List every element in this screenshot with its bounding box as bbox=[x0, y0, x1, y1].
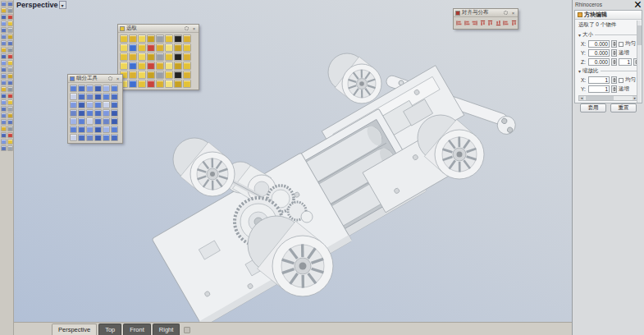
wheel-front-left[interactable] bbox=[173, 138, 235, 196]
dock-tool-icon[interactable] bbox=[7, 93, 13, 99]
tab-scroll-button[interactable] bbox=[184, 327, 190, 333]
gear-icon[interactable] bbox=[107, 76, 113, 81]
selection-tool-icon[interactable] bbox=[183, 80, 191, 88]
dock-tool-icon[interactable] bbox=[1, 21, 7, 26]
subd-tool-icon[interactable] bbox=[103, 126, 110, 133]
selection-tool-icon[interactable] bbox=[138, 34, 146, 43]
selection-tool-icon[interactable] bbox=[174, 34, 182, 43]
subd-tool-icon[interactable] bbox=[86, 85, 94, 92]
apply-button[interactable]: 套用 bbox=[580, 103, 606, 112]
dock-tool-icon[interactable] bbox=[1, 60, 7, 66]
subd-tool-icon[interactable] bbox=[103, 93, 110, 100]
dock-tool-icon[interactable] bbox=[1, 27, 7, 33]
subd-tool-icon[interactable] bbox=[86, 109, 94, 117]
distribute-horizontal-button[interactable] bbox=[502, 18, 509, 27]
align-right-button[interactable] bbox=[471, 18, 478, 27]
selection-tool-icon[interactable] bbox=[129, 80, 137, 88]
selection-tool-icon[interactable] bbox=[156, 44, 164, 52]
dock-tool-icon[interactable] bbox=[1, 126, 7, 131]
subd-tool-icon[interactable] bbox=[78, 134, 85, 141]
selection-palette[interactable]: 选取 × bbox=[117, 24, 199, 90]
selection-tool-icon[interactable] bbox=[165, 71, 173, 79]
selection-tool-icon[interactable] bbox=[183, 44, 191, 52]
value-field[interactable]: 1 bbox=[588, 76, 610, 84]
selection-tool-icon[interactable] bbox=[147, 44, 155, 52]
dock-tool-icon[interactable] bbox=[1, 139, 7, 145]
dock-tool-icon[interactable] bbox=[1, 93, 7, 99]
selection-tool-icon[interactable] bbox=[165, 44, 173, 52]
selection-palette-titlebar[interactable]: 选取 × bbox=[118, 25, 199, 33]
selection-tool-icon[interactable] bbox=[138, 80, 146, 88]
dock-tool-icon[interactable] bbox=[1, 119, 7, 125]
dock-tool-icon[interactable] bbox=[1, 80, 7, 85]
selection-tool-icon[interactable] bbox=[138, 71, 146, 79]
spinner-control[interactable] bbox=[611, 85, 617, 93]
selection-tool-icon[interactable] bbox=[174, 62, 182, 70]
viewport-menu-dropdown-icon[interactable]: ▾ bbox=[59, 1, 66, 9]
scrollbar-thumb[interactable] bbox=[586, 96, 614, 100]
viewport-title-text[interactable]: Perspective bbox=[16, 1, 58, 9]
value-field[interactable]: 0.000 bbox=[588, 49, 610, 57]
subd-tool-icon[interactable] bbox=[70, 126, 77, 133]
selection-tool-icon[interactable] bbox=[156, 80, 164, 88]
dock-tool-icon[interactable] bbox=[1, 67, 7, 72]
dock-tool-icon[interactable] bbox=[7, 145, 13, 151]
horizontal-scrollbar[interactable]: ◄ ► bbox=[578, 95, 638, 101]
align-center-horizontal-button[interactable] bbox=[486, 18, 494, 27]
selection-tool-icon[interactable] bbox=[165, 53, 173, 61]
subd-tool-icon[interactable] bbox=[111, 134, 118, 141]
subd-tool-icon[interactable] bbox=[94, 85, 102, 92]
subd-tool-icon[interactable] bbox=[103, 101, 110, 108]
spinner-control[interactable] bbox=[611, 76, 617, 84]
close-icon[interactable]: × bbox=[510, 10, 516, 16]
scrollbar-thumb[interactable] bbox=[637, 25, 642, 45]
dock-tool-icon[interactable] bbox=[1, 53, 7, 59]
reset-button[interactable]: 重置 bbox=[610, 103, 637, 112]
selection-tool-icon[interactable] bbox=[147, 53, 155, 61]
perspective-viewport[interactable]: Perspective ▾ 选取 × 细分工具 × bbox=[14, 0, 572, 322]
selection-tool-icon[interactable] bbox=[120, 44, 128, 52]
dock-tool-icon[interactable] bbox=[7, 99, 13, 105]
dock-tool-icon[interactable] bbox=[7, 47, 13, 53]
selection-tool-icon[interactable] bbox=[147, 71, 155, 79]
subd-tool-icon[interactable] bbox=[70, 117, 77, 125]
subd-tool-icon[interactable] bbox=[78, 109, 85, 117]
vertical-scrollbar[interactable] bbox=[637, 21, 641, 103]
selection-tool-icon[interactable] bbox=[120, 34, 128, 43]
wheel-rear-left[interactable] bbox=[328, 53, 381, 103]
distribute-vertical-button[interactable] bbox=[510, 18, 518, 27]
selection-tool-icon[interactable] bbox=[165, 34, 173, 43]
selection-tool-icon[interactable] bbox=[174, 71, 182, 79]
selection-tool-icon[interactable] bbox=[183, 62, 191, 70]
subd-tool-icon[interactable] bbox=[94, 109, 102, 117]
dock-tool-icon[interactable] bbox=[1, 132, 7, 138]
subd-tool-icon[interactable] bbox=[86, 93, 94, 100]
align-bottom-button[interactable] bbox=[495, 18, 502, 27]
panel-titlebar[interactable]: Rhinoceros × bbox=[573, 0, 644, 9]
dock-tool-icon[interactable] bbox=[7, 53, 13, 59]
viewport-tab-front[interactable]: Front bbox=[123, 324, 151, 335]
selection-tool-icon[interactable] bbox=[156, 34, 164, 43]
spinner-control[interactable] bbox=[611, 40, 617, 48]
dock-tool-icon[interactable] bbox=[7, 60, 13, 66]
selection-tool-icon[interactable] bbox=[174, 53, 182, 61]
dock-tool-icon[interactable] bbox=[7, 21, 13, 26]
subd-tool-icon[interactable] bbox=[78, 85, 85, 92]
subd-tool-icon[interactable] bbox=[70, 85, 77, 92]
dock-tool-icon[interactable] bbox=[7, 86, 13, 92]
subd-tool-icon[interactable] bbox=[94, 126, 102, 133]
value-field[interactable]: 0.000 bbox=[588, 40, 610, 48]
selection-tool-icon[interactable] bbox=[174, 44, 182, 52]
selection-tool-icon[interactable] bbox=[183, 53, 191, 61]
selection-tool-icon[interactable] bbox=[120, 53, 128, 61]
selection-tool-icon[interactable] bbox=[129, 62, 137, 70]
section-header[interactable]: ▾缩放比 bbox=[578, 67, 638, 75]
collapse-icon[interactable]: ▾ bbox=[578, 68, 581, 74]
subd-tool-icon[interactable] bbox=[103, 134, 110, 141]
selection-tool-icon[interactable] bbox=[120, 62, 128, 70]
selection-tool-icon[interactable] bbox=[147, 80, 155, 88]
dock-tool-icon[interactable] bbox=[1, 40, 7, 46]
subd-tool-icon[interactable] bbox=[86, 126, 94, 133]
align-top-button[interactable] bbox=[479, 18, 486, 27]
dock-tool-icon[interactable] bbox=[7, 14, 13, 20]
